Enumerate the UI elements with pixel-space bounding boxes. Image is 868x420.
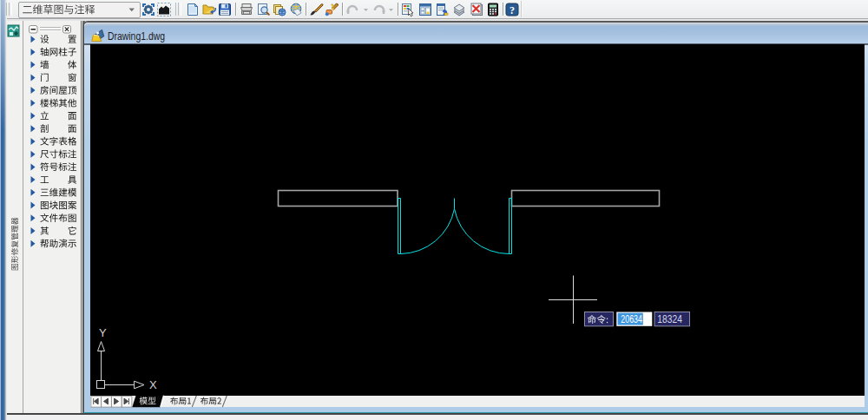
svg-text:Y: Y xyxy=(99,326,107,339)
svg-text:18324: 18324 xyxy=(657,312,682,325)
svg-text:X: X xyxy=(149,378,157,391)
svg-text:20634: 20634 xyxy=(621,312,642,325)
svg-text:?: ? xyxy=(510,4,515,16)
svg-text:Drawing1.dwg: Drawing1.dwg xyxy=(108,30,165,43)
